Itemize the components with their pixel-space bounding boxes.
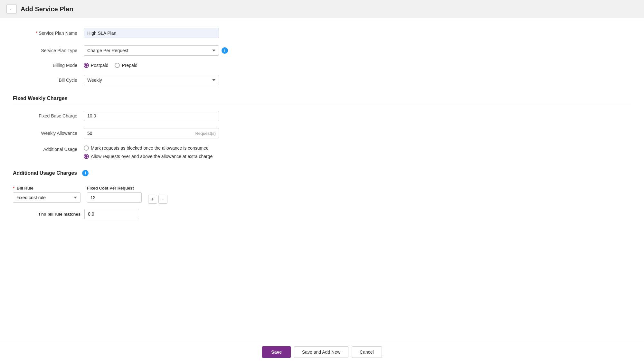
back-button[interactable]: ← xyxy=(6,5,17,14)
billing-mode-radio-group: Postpaid Prepaid xyxy=(84,63,137,68)
if-no-match-input[interactable] xyxy=(84,209,139,219)
if-no-match-label: If no bill rule matches xyxy=(13,212,80,217)
bill-cycle-select[interactable]: Weekly Monthly Daily xyxy=(84,75,219,85)
weekly-allowance-label: Weekly Allowance xyxy=(13,131,84,136)
billing-mode-postpaid[interactable]: Postpaid xyxy=(84,63,108,68)
service-plan-type-label: Service Plan Type xyxy=(13,48,84,53)
additional-charges-heading: Additional Usage Charges i xyxy=(13,167,631,179)
plus-minus-group: + − xyxy=(148,195,167,204)
bill-rule-select[interactable]: Fixed cost rule Tiered rule Volume rule xyxy=(13,192,80,203)
service-plan-name-row: *Service Plan Name xyxy=(13,28,631,38)
service-plan-name-input[interactable] xyxy=(84,28,219,38)
weekly-allowance-row: Weekly Allowance Request(s) xyxy=(13,128,631,138)
remove-bill-rule-button[interactable]: − xyxy=(158,195,167,204)
fixed-base-charge-input[interactable] xyxy=(84,111,219,121)
if-no-match-row: If no bill rule matches xyxy=(13,209,631,219)
fixed-cost-per-request-input[interactable] xyxy=(87,192,142,203)
fixed-base-charge-row: Fixed Base Charge xyxy=(13,111,631,121)
fixed-cost-col: Fixed Cost Per Request xyxy=(87,186,142,203)
bill-cycle-row: Bill Cycle Weekly Monthly Daily xyxy=(13,75,631,85)
additional-charges-info-icon[interactable]: i xyxy=(82,170,89,176)
bill-cycle-label: Bill Cycle xyxy=(13,78,84,83)
service-plan-type-select[interactable]: Charge Per Request Flat Rate Usage Based xyxy=(84,45,219,56)
bill-rule-col: * Bill Rule Fixed cost rule Tiered rule … xyxy=(13,186,80,203)
fixed-base-charge-label: Fixed Base Charge xyxy=(13,113,84,118)
additional-usage-label: Additional Usage xyxy=(13,145,84,152)
additional-usage-extra-charge[interactable]: Allow requests over and above the allowa… xyxy=(84,154,213,159)
billing-mode-label: Billing Mode xyxy=(13,63,84,68)
fixed-cost-per-request-label: Fixed Cost Per Request xyxy=(87,186,142,191)
page-title: Add Service Plan xyxy=(21,5,73,13)
service-plan-name-label: *Service Plan Name xyxy=(13,31,84,36)
bill-rule-label: * Bill Rule xyxy=(13,186,80,191)
page-footer: Save Save and Add New Cancel xyxy=(0,341,644,363)
additional-charges-section: Additional Usage Charges i * Bill Rule F… xyxy=(13,167,631,219)
add-bill-rule-button[interactable]: + xyxy=(148,195,157,204)
save-and-add-new-button[interactable]: Save and Add New xyxy=(294,346,348,358)
fixed-charges-heading: Fixed Weekly Charges xyxy=(13,92,631,104)
billing-mode-postpaid-radio[interactable] xyxy=(84,63,89,68)
additional-usage-options: Mark requests as blocked once the allowa… xyxy=(84,145,213,159)
form-body: *Service Plan Name Service Plan Type Cha… xyxy=(0,18,644,341)
bill-rule-row: * Bill Rule Fixed cost rule Tiered rule … xyxy=(13,186,631,204)
service-plan-type-info-icon[interactable]: i xyxy=(222,47,228,54)
additional-usage-blocked-radio[interactable] xyxy=(84,145,89,151)
weekly-allowance-container: Request(s) xyxy=(84,128,219,138)
billing-mode-prepaid-radio[interactable] xyxy=(115,63,120,68)
additional-usage-row: Additional Usage Mark requests as blocke… xyxy=(13,145,631,159)
billing-mode-row: Billing Mode Postpaid Prepaid xyxy=(13,63,631,68)
additional-usage-extra-charge-radio[interactable] xyxy=(84,154,89,159)
service-plan-type-row: Service Plan Type Charge Per Request Fla… xyxy=(13,45,631,56)
page-header: ← Add Service Plan xyxy=(0,0,644,18)
billing-mode-prepaid[interactable]: Prepaid xyxy=(115,63,137,68)
cancel-button[interactable]: Cancel xyxy=(352,346,382,358)
weekly-allowance-input[interactable] xyxy=(84,128,219,138)
fixed-charges-section: Fixed Weekly Charges Fixed Base Charge W… xyxy=(13,92,631,159)
save-button[interactable]: Save xyxy=(262,346,291,358)
additional-usage-blocked[interactable]: Mark requests as blocked once the allowa… xyxy=(84,145,213,151)
